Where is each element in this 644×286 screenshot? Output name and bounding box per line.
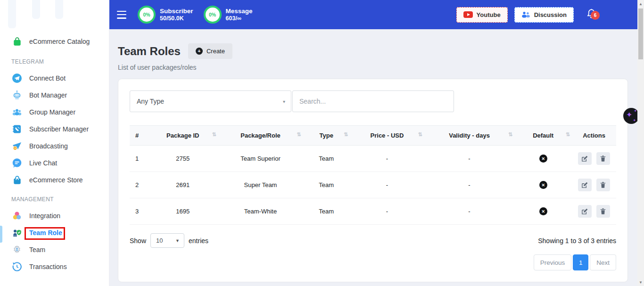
sidebar-item-ecommerce-store[interactable]: eCommerce Store (0, 172, 109, 188)
notifications-button[interactable]: 6 (586, 8, 597, 22)
cell-actions (572, 146, 616, 172)
column-header-package-id[interactable]: Package ID⇅ (148, 126, 218, 146)
chevron-down-icon: ▾ (283, 99, 285, 104)
plus-circle-icon: + (196, 48, 203, 55)
cell-package-role: Team Superior (218, 146, 303, 172)
ai-assistant-button[interactable]: ✦ ✦ ✦ (623, 108, 639, 124)
column-header-default[interactable]: Default⇅ (514, 126, 572, 146)
cell-default: ✕ (514, 146, 572, 172)
cell-actions (572, 172, 616, 198)
subscriber-progress-ring: 0% (138, 6, 156, 24)
next-page-button[interactable]: Next (590, 254, 616, 270)
main-content: Team Roles + Create List of user package… (109, 29, 644, 286)
column-header-price[interactable]: Price - USD⇅ (350, 126, 424, 146)
column-header-type[interactable]: Type⇅ (303, 126, 350, 146)
sort-icon[interactable]: ⇅ (212, 131, 216, 138)
message-stat-label: Message (226, 7, 253, 15)
show-label: Show (130, 237, 146, 245)
sidebar-item-broadcasting[interactable]: Broadcasting (0, 138, 109, 155)
sidebar-item-ecommerce-catalog[interactable]: eCommerce Catalog (0, 32, 109, 51)
table-row: 2 2691 Super Team Team - - ✕ (130, 172, 616, 198)
create-button[interactable]: + Create (188, 43, 232, 59)
sidebar-item-bot-manager[interactable]: Bot Manager (0, 87, 109, 104)
chat-bubble-icon (11, 157, 23, 169)
sidebar-item-team-role[interactable]: Team Role (0, 224, 109, 241)
skeleton-bar (8, 0, 16, 28)
cell-type: Team (303, 146, 350, 172)
youtube-button-label: Youtube (477, 11, 501, 18)
cell-price: - (350, 172, 424, 198)
sidebar-section-management: MANAGEMENT (0, 188, 109, 207)
delete-button[interactable] (596, 179, 610, 191)
cell-num: 3 (130, 198, 148, 225)
shopping-bag-green-icon (11, 36, 23, 47)
sidebar-section-telegram: TELEGRAM (0, 51, 109, 70)
column-header-validity[interactable]: Validity - days⇅ (424, 126, 515, 146)
showing-entries-text: Showing 1 to 3 of 3 entries (538, 237, 616, 245)
page-1-button[interactable]: 1 (573, 254, 588, 270)
youtube-button[interactable]: Youtube (456, 7, 508, 23)
scroll-up-arrow-icon[interactable]: ▲ (637, 0, 644, 8)
cell-package-role: Team-White (218, 198, 303, 225)
active-item-indicator (0, 226, 2, 243)
delete-button[interactable] (596, 152, 610, 165)
sidebar-item-label: Broadcasting (29, 142, 68, 150)
delete-button[interactable] (596, 205, 610, 218)
cell-num: 1 (130, 146, 148, 172)
notification-count-badge: 6 (591, 11, 600, 20)
sort-icon[interactable]: ⇅ (418, 131, 422, 138)
sort-icon[interactable]: ⇅ (566, 131, 570, 138)
scroll-down-arrow-icon[interactable]: ▼ (637, 278, 644, 286)
sidebar-item-group-manager[interactable]: Group Manager (0, 104, 109, 121)
edit-button[interactable] (578, 179, 592, 191)
sort-icon[interactable]: ⇅ (508, 131, 512, 138)
contact-book-icon (11, 123, 23, 135)
cell-type: Team (303, 172, 350, 198)
column-header-package-role[interactable]: Package/Role⇅ (218, 126, 303, 146)
sidebar-item-label: Live Chat (29, 159, 57, 167)
cell-package-id: 1695 (148, 198, 218, 225)
discussion-button[interactable]: Discussion (514, 7, 574, 23)
sidebar-item-live-chat[interactable]: Live Chat (0, 155, 109, 172)
scrollbar-thumb[interactable] (638, 8, 643, 59)
youtube-icon (463, 11, 473, 18)
telegram-icon (11, 73, 23, 84)
sparkles-icon: ✦ (626, 110, 632, 119)
person-shield-icon (11, 227, 23, 238)
page-title: Team Roles (118, 45, 181, 58)
sidebar-item-label: Integration (29, 212, 60, 220)
cell-validity: - (424, 172, 515, 198)
sidebar: eCommerce Catalog TELEGRAM Connect Bot B… (0, 0, 109, 286)
search-input[interactable] (292, 90, 454, 112)
subscriber-stat-value: 50/50.0K (160, 15, 193, 22)
sidebar-item-label: Bot Manager (29, 91, 67, 99)
sparkles-icon: ✦ (633, 118, 636, 123)
page-size-value: 10 (156, 237, 163, 244)
cell-validity: - (424, 198, 515, 225)
cell-package-id: 2691 (148, 172, 218, 198)
type-filter-select[interactable]: Any Type ▾ (130, 90, 291, 112)
sort-icon[interactable]: ⇅ (344, 131, 348, 138)
sort-icon[interactable]: ⇅ (297, 131, 301, 138)
shopping-bag-blue-icon (11, 174, 23, 186)
sidebar-item-team[interactable]: Team (0, 241, 109, 258)
not-default-icon: ✕ (539, 207, 547, 215)
gear-person-icon (11, 244, 23, 255)
sidebar-item-subscriber-manager[interactable]: Subscriber Manager (0, 121, 109, 138)
app-root: eCommerce Catalog TELEGRAM Connect Bot B… (0, 0, 644, 286)
sidebar-item-integration[interactable]: Integration (0, 207, 109, 224)
sidebar-item-connect-bot[interactable]: Connect Bot (0, 70, 109, 87)
page-size-select[interactable]: 10 ▼ (150, 233, 184, 248)
sidebar-item-label: Transactions (29, 263, 67, 270)
type-filter-value: Any Type (137, 98, 164, 105)
skeleton-bar (32, 0, 40, 19)
edit-button[interactable] (578, 205, 592, 218)
previous-page-button[interactable]: Previous (534, 254, 572, 270)
pagination: Previous 1 Next (130, 254, 616, 270)
hamburger-menu-icon[interactable] (117, 11, 127, 19)
table-header-row: # Package ID⇅ Package/Role⇅ Type⇅ Price … (130, 126, 616, 146)
edit-button[interactable] (578, 152, 592, 165)
page-subtitle: List of user packages/roles (118, 64, 644, 71)
sidebar-item-transactions[interactable]: Transactions (0, 258, 109, 275)
sidebar-item-label: Subscriber Manager (29, 125, 89, 133)
